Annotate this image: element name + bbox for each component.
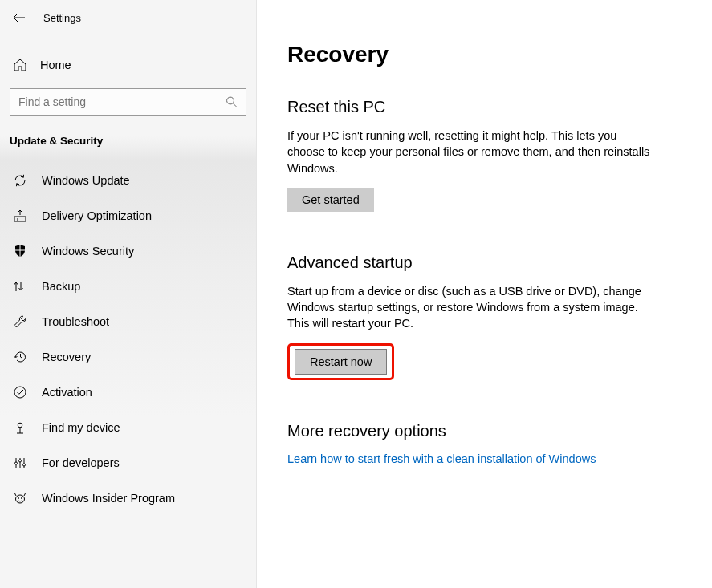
sidebar-item-recovery[interactable]: Recovery [0, 339, 256, 375]
backup-icon [13, 279, 27, 294]
advanced-heading: Advanced startup [287, 253, 657, 272]
get-started-button[interactable]: Get started [287, 188, 374, 212]
shield-icon [13, 244, 27, 258]
sidebar-home-label: Home [40, 59, 71, 71]
sidebar-item-windows-security[interactable]: Windows Security [0, 233, 256, 269]
sidebar-home[interactable]: Home [0, 50, 256, 80]
developers-icon [13, 456, 27, 470]
sidebar-item-label: Windows Update [42, 174, 130, 187]
sidebar-item-label: Windows Insider Program [42, 492, 175, 505]
section-advanced-startup: Advanced startup Start up from a device … [287, 253, 657, 380]
app-title: Settings [43, 12, 81, 24]
sidebar-item-label: Find my device [42, 421, 120, 434]
search-input[interactable] [10, 89, 246, 115]
svg-point-6 [23, 464, 26, 466]
svg-point-0 [227, 97, 234, 104]
sidebar-nav: Windows Update Delivery Optimization Win… [0, 163, 256, 516]
sidebar-item-label: Windows Security [42, 245, 134, 258]
sidebar-item-label: Troubleshoot [42, 315, 109, 328]
section-reset-pc: Reset this PC If your PC isn't running w… [287, 98, 657, 212]
sidebar: Settings Home Update & Security Windows … [0, 0, 257, 588]
wrench-icon [13, 314, 27, 329]
reset-body: If your PC isn't running well, resetting… [287, 128, 657, 176]
reset-heading: Reset this PC [287, 98, 657, 116]
page-title: Recovery [287, 42, 681, 67]
sidebar-item-label: Backup [42, 280, 80, 293]
highlight-box: Restart now [287, 343, 394, 380]
advanced-body: Start up from a device or disc (such as … [287, 283, 657, 332]
home-icon [13, 58, 27, 72]
search-wrap [0, 80, 256, 116]
arrow-left-icon [13, 11, 26, 24]
insider-icon [13, 491, 27, 505]
sidebar-category: Update & Security [0, 116, 256, 158]
search-box[interactable] [10, 88, 246, 116]
svg-rect-1 [14, 217, 26, 221]
sidebar-item-backup[interactable]: Backup [0, 269, 256, 304]
sidebar-item-activation[interactable]: Activation [0, 375, 256, 410]
restart-now-button[interactable]: Restart now [295, 349, 387, 375]
main-content: Recovery Reset this PC If your PC isn't … [257, 0, 712, 588]
more-heading: More recovery options [287, 422, 657, 440]
svg-point-5 [19, 460, 22, 462]
sidebar-item-find-my-device[interactable]: Find my device [0, 410, 256, 445]
svg-point-4 [15, 462, 18, 464]
topbar: Settings [0, 5, 256, 32]
location-icon [13, 420, 27, 435]
sidebar-item-label: Activation [42, 386, 92, 399]
search-icon [226, 96, 238, 108]
sidebar-item-label: Recovery [42, 351, 91, 363]
back-button[interactable] [11, 10, 27, 26]
svg-point-8 [18, 497, 19, 499]
check-circle-icon [13, 385, 27, 399]
sidebar-item-troubleshoot[interactable]: Troubleshoot [0, 304, 256, 339]
sidebar-item-windows-update[interactable]: Windows Update [0, 163, 256, 198]
sidebar-item-windows-insider[interactable]: Windows Insider Program [0, 481, 256, 516]
fresh-install-link[interactable]: Learn how to start fresh with a clean in… [287, 452, 596, 465]
svg-point-9 [21, 497, 22, 499]
sidebar-item-delivery-optimization[interactable]: Delivery Optimization [0, 198, 256, 233]
delivery-icon [13, 209, 27, 223]
section-more-options: More recovery options Learn how to start… [287, 422, 657, 466]
sidebar-item-for-developers[interactable]: For developers [0, 445, 256, 481]
svg-point-7 [16, 495, 25, 503]
sidebar-item-label: Delivery Optimization [42, 209, 152, 222]
history-icon [13, 350, 27, 364]
svg-point-2 [14, 387, 26, 398]
sidebar-item-label: For developers [42, 456, 120, 469]
refresh-icon [13, 173, 27, 188]
svg-point-3 [18, 423, 22, 428]
